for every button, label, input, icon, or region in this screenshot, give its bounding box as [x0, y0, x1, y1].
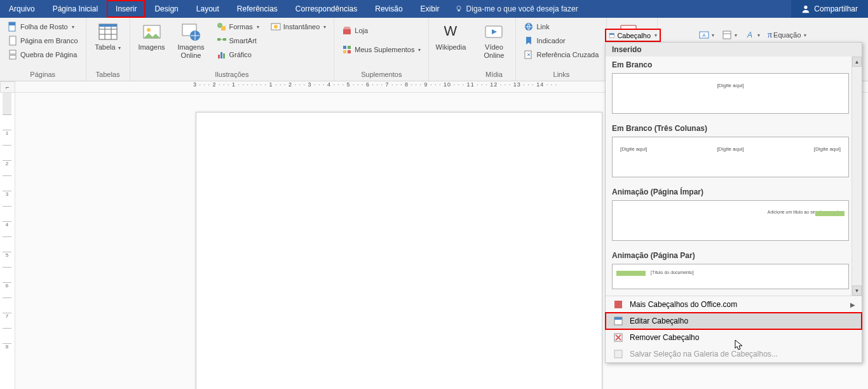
tab-inserir[interactable]: Inserir: [107, 0, 146, 18]
folha-rosto-label: Folha de Rosto: [20, 23, 68, 31]
video-label: Vídeo Online: [477, 43, 510, 60]
gallery-item-tres-colunas[interactable]: [Digite aqui] [Digite aqui] [Digite aqui…: [612, 137, 849, 177]
wikipedia-label: Wikipedia: [434, 43, 467, 51]
loja-button[interactable]: Loja: [339, 24, 423, 37]
svg-rect-29: [348, 46, 351, 49]
formas-button[interactable]: Formas▾: [214, 20, 262, 33]
cover-page-icon: [8, 22, 18, 32]
preview-text: [Digite aqui]: [620, 83, 841, 88]
vertical-ruler[interactable]: 12 34 56 78: [0, 93, 15, 389]
pagina-branco-button[interactable]: Página em Branco: [5, 34, 81, 47]
salvar-label: Salvar Seleção na Galeria de Cabeçalhos.…: [630, 350, 778, 358]
link-button[interactable]: Link: [521, 20, 601, 33]
gallery-item-em-branco[interactable]: [Digite aqui]: [612, 73, 849, 114]
section-anim-par: Animação (Página Par): [606, 247, 862, 261]
ref-cruzada-button[interactable]: Referência Cruzada: [521, 48, 601, 61]
tab-arquivo[interactable]: Arquivo: [0, 0, 44, 18]
svg-rect-47: [614, 350, 622, 358]
smartart-button[interactable]: SmartArt: [214, 34, 262, 47]
quickparts-button[interactable]: ▾: [722, 30, 737, 40]
tab-design[interactable]: Design: [146, 0, 187, 18]
grafico-label: Gráfico: [229, 51, 252, 58]
gallery-scrollbar[interactable]: ▲ ▼: [851, 57, 862, 296]
table-icon: [98, 22, 118, 42]
chart-icon: [217, 50, 227, 60]
preview-col3: [Digite aqui]: [814, 146, 841, 152]
share-button[interactable]: Compartilhar: [791, 0, 868, 18]
remover-cabecalho-option[interactable]: Remover Cabeçalho: [606, 329, 862, 346]
ruler-corner: ⌐: [0, 81, 15, 93]
svg-text:A: A: [702, 32, 706, 38]
tab-revisao[interactable]: Revisão: [366, 0, 411, 18]
folha-rosto-button[interactable]: Folha de Rosto▾: [5, 20, 81, 33]
section-em-branco: Em Branco: [606, 57, 862, 71]
equacao-button[interactable]: π Equação ▾: [768, 30, 806, 40]
group-links-label: Links: [521, 69, 601, 81]
instantaneo-button[interactable]: Instantâneo▾: [268, 20, 329, 33]
save-gallery-icon: [613, 349, 623, 359]
quebra-pagina-button[interactable]: Quebra de Página: [5, 48, 81, 61]
document-page[interactable]: [196, 112, 602, 389]
menubar: Arquivo Página Inicial Inserir Design La…: [0, 0, 868, 18]
formas-label: Formas: [229, 23, 253, 31]
tab-layout[interactable]: Layout: [187, 0, 228, 18]
shapes-icon: [217, 22, 227, 32]
gallery-item-anim-par[interactable]: [Título do documento]: [612, 264, 849, 289]
svg-rect-5: [10, 36, 16, 45]
editar-cabecalho-option[interactable]: Editar Cabeçalho: [606, 313, 862, 329]
svg-rect-6: [10, 50, 16, 54]
section-anim-impar: Animação (Página Ímpar): [606, 184, 862, 198]
tell-me-text: Diga-me o que você deseja fazer: [466, 4, 578, 13]
imagens-online-label: Imagens Online: [175, 43, 208, 60]
svg-point-0: [457, 6, 461, 10]
tell-me[interactable]: Diga-me o que você deseja fazer: [455, 0, 578, 18]
screenshot-icon: [271, 22, 281, 32]
svg-rect-43: [614, 301, 622, 308]
header-icon: [609, 31, 614, 40]
wikipedia-button[interactable]: W Wikipedia: [434, 20, 467, 51]
grafico-button[interactable]: Gráfico: [214, 48, 262, 61]
loja-label: Loja: [355, 27, 368, 34]
gallery-scroll: Em Branco [Digite aqui] Em Branco (Três …: [606, 57, 862, 296]
wordart-button[interactable]: A▾: [745, 30, 760, 40]
tabela-button[interactable]: Tabela ▾: [92, 20, 125, 52]
video-online-button[interactable]: Vídeo Online: [477, 20, 510, 60]
svg-rect-1: [458, 10, 459, 11]
tab-correspondencias[interactable]: Correspondências: [287, 0, 366, 18]
tab-exibir[interactable]: Exibir: [412, 0, 449, 18]
salvar-selecao-option: Salvar Seleção na Galeria de Cabeçalhos.…: [606, 346, 862, 362]
quickparts-icon: [722, 30, 732, 40]
group-paginas-label: Páginas: [5, 69, 81, 81]
svg-rect-7: [10, 55, 16, 59]
pagina-branco-label: Página em Branco: [20, 37, 78, 44]
link-icon: [524, 22, 534, 32]
group-tabelas-label: Tabelas: [92, 69, 125, 81]
preview-col2: [Digite aqui]: [717, 146, 743, 152]
meus-suplementos-button[interactable]: Meus Suplementos ▾: [339, 43, 423, 56]
preview-col1: [Digite aqui]: [620, 146, 647, 152]
scroll-down-button[interactable]: ▼: [852, 285, 862, 296]
cabecalho-button[interactable]: Cabeçalho▾: [605, 29, 661, 42]
cabecalho-label: Cabeçalho: [617, 32, 651, 39]
indicador-button[interactable]: Indicador: [521, 34, 601, 47]
preview-anim-par-text: [Título do documento]: [651, 270, 694, 275]
group-wikipedia: W Wikipedia: [429, 18, 472, 81]
tab-referencias[interactable]: Referências: [228, 0, 287, 18]
svg-rect-13: [99, 24, 117, 27]
svg-rect-19: [221, 26, 226, 31]
tab-pagina-inicial[interactable]: Página Inicial: [44, 0, 107, 18]
imagens-button[interactable]: Imagens: [135, 20, 168, 51]
mais-cabecalhos-option[interactable]: Mais Cabeçalhos do Office.com ▶: [606, 296, 862, 313]
textbox-button[interactable]: A▾: [699, 30, 714, 40]
group-midia: Vídeo Online Mídia: [472, 18, 516, 81]
gallery-item-anim-impar[interactable]: Adicione um título ao seu documento: [612, 200, 849, 241]
store-icon: [342, 25, 352, 36]
svg-point-2: [804, 6, 808, 9]
svg-point-26: [274, 25, 278, 29]
imagens-online-button[interactable]: Imagens Online: [175, 20, 208, 60]
instantaneo-label: Instantâneo: [283, 23, 320, 31]
video-icon: [484, 22, 504, 42]
scroll-up-button[interactable]: ▲: [852, 57, 862, 67]
textbox-icon: A: [699, 30, 709, 40]
gallery-title: Inserido: [606, 43, 862, 57]
